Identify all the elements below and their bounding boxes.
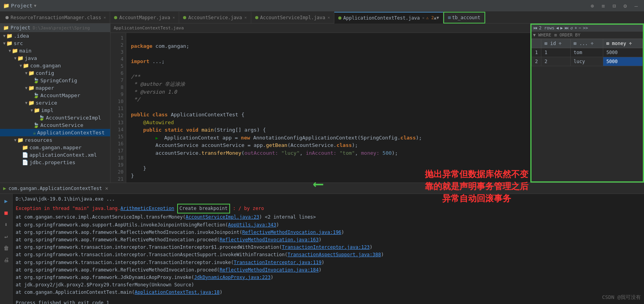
cell-money-1[interactable]: 5000 xyxy=(603,48,642,57)
close-panel-btn[interactable]: — xyxy=(631,1,641,11)
editor-toolbar: ApplicationContextTest.java xyxy=(111,24,530,33)
table-row[interactable]: 2 2 lucy 5000 xyxy=(532,57,643,66)
col-money[interactable]: ⊞ money ÷ xyxy=(603,39,642,48)
tab-close[interactable]: ✕ xyxy=(328,15,330,20)
tree-item-com-gangan[interactable]: ▼ 📁 com.gangan xyxy=(0,62,110,69)
db-panel: ⏮ 2 rows ◀ ▶ ⏭ ↺ + − >> ▼ WHERE ⊞ ORDER … xyxy=(530,24,644,183)
collapse-btn[interactable]: ⊟ xyxy=(610,1,619,11)
more-btn[interactable]: >> xyxy=(583,25,588,31)
tree-item-account-service[interactable]: 🍃 AccountService xyxy=(0,121,110,129)
scroll-btn[interactable]: ⬇ xyxy=(2,220,11,229)
tree-item-resources[interactable]: ▼ 📁 resources xyxy=(0,136,110,144)
tab-account-service[interactable]: AccountService.java ✕ xyxy=(179,12,251,24)
tree-item-com-gangan-mapper[interactable]: 📁 com.gangan.mapper xyxy=(0,144,110,151)
add-btn[interactable]: + xyxy=(575,25,577,31)
stack-trace-5: at org.springframework.transaction.inter… xyxy=(16,244,641,251)
refresh-btn[interactable]: ↺ xyxy=(570,25,573,31)
tab-dot xyxy=(338,16,341,20)
settings-btn[interactable]: ⚙ xyxy=(620,1,630,11)
tree-item-src[interactable]: ▼ 📁 src xyxy=(0,40,110,47)
tab-close[interactable]: ✕ xyxy=(245,15,247,20)
tree-item-jdbc-props[interactable]: 📄 jdbc.properties xyxy=(0,159,110,166)
tree-label: java xyxy=(25,55,37,61)
tree-arrow: ▼ xyxy=(25,71,27,75)
code-editor[interactable]: package com.gangan; import ...; /** * @a… xyxy=(126,33,530,183)
tree-item-idea[interactable]: ▼ 📁 .idea xyxy=(0,32,110,40)
tree-item-spring-config[interactable]: 🍃 SpringConfig xyxy=(0,77,110,84)
project-label[interactable]: 📁 Project ▼ xyxy=(3,3,36,9)
cell-money-2[interactable]: 5000 xyxy=(603,57,642,66)
tab-account-service-impl[interactable]: AccountServiceImpl.java ✕ xyxy=(251,12,334,24)
tab-application-context-test[interactable]: ApplicationContextTest.java ✕ ⚠ 2 ▲ ▼ xyxy=(334,12,443,24)
cell-name-1[interactable]: tom xyxy=(570,48,603,57)
col-ellipsis[interactable]: ⊞ ... ÷ xyxy=(570,39,603,48)
dropdown-arrow[interactable]: ▼ xyxy=(34,4,36,8)
tree-item-impl[interactable]: ▼ 📁 impl xyxy=(0,107,110,114)
run-label: com.gangan.ApplicationContextTest xyxy=(9,186,102,191)
cell-name-2[interactable]: lucy xyxy=(570,57,603,66)
col-id[interactable]: ⊞ id ÷ xyxy=(541,39,570,48)
stack-trace-9: at org.springframework.aop.framework.Jdk… xyxy=(16,274,641,281)
prop-icon: 📄 xyxy=(22,159,28,165)
green-arrow: ⟵ xyxy=(314,176,323,192)
project-icon: 📁 xyxy=(3,3,9,9)
print-btn[interactable]: 🖨 xyxy=(2,255,11,264)
folder-icon: 📁 xyxy=(28,70,34,76)
stop-btn[interactable]: ■ xyxy=(2,208,11,217)
tree-arrow: ▼ xyxy=(14,56,16,60)
cn-annotation: 抛出异常但数据库依然不变 靠的就是声明事务管理之后 异常自动回滚事务 xyxy=(425,168,528,204)
tab-resource-transaction[interactable]: ResourceTransactionManager.class ✕ xyxy=(2,12,110,24)
table-row[interactable]: 1 1 tom 5000 xyxy=(532,48,643,57)
close-run[interactable]: ✕ xyxy=(105,185,108,191)
run-icon[interactable]: ▶ xyxy=(3,185,6,191)
tree-item-app-context-xml[interactable]: 📄 applicationContext.xml xyxy=(0,151,110,159)
tab-account-mapper[interactable]: AccountMapper.java ✕ xyxy=(110,12,179,24)
tree-arrow: ▼ xyxy=(25,101,27,105)
tab-close[interactable]: ✕ xyxy=(103,15,106,20)
nav-up[interactable]: ▲ xyxy=(434,15,437,20)
tab-tb-account[interactable]: ⊞ tb_account xyxy=(443,12,485,24)
db-table[interactable]: ⊞ id ÷ ⊞ ... ÷ ⊞ money ÷ 1 1 tom 5000 xyxy=(532,39,643,181)
where-label: ▼ WHERE xyxy=(533,33,551,38)
tree-label: service xyxy=(36,100,57,106)
structure-btn[interactable]: ≡ xyxy=(599,1,608,11)
nav-last[interactable]: ⏭ xyxy=(564,25,569,31)
exception-link[interactable]: ArithmeticException xyxy=(120,206,174,211)
nav-prev[interactable]: ◀ xyxy=(556,25,559,31)
spring-icon: 🍃 xyxy=(38,115,45,121)
stack-trace-2: at org.springframework.aop.support.AopUt… xyxy=(16,221,641,229)
header-actions: ⊕ ≡ ⊟ ⚙ — xyxy=(588,1,641,11)
nav-first[interactable]: ⏮ xyxy=(533,25,537,31)
tab-close[interactable]: ✕ xyxy=(172,15,175,20)
tree-arrow: ▼ xyxy=(20,63,22,68)
tab-label: AccountService.java xyxy=(188,15,242,20)
tree-item-mapper[interactable]: ▼ 📁 mapper xyxy=(0,84,110,92)
tree-item-account-mapper[interactable]: 🍃 AccountMapper xyxy=(0,92,110,99)
nav-down[interactable]: ▼ xyxy=(436,15,439,20)
clear-btn[interactable]: 🗑 xyxy=(2,243,11,253)
tree-item-main[interactable]: ▼ 📁 main xyxy=(0,47,110,54)
rows-count: 2 rows xyxy=(539,25,555,31)
cell-id-2[interactable]: 2 xyxy=(541,57,570,66)
tree-label: mapper xyxy=(36,85,54,91)
tree-arrow: ▼ xyxy=(9,49,11,53)
project-path: D:\Java\project\Spring xyxy=(33,25,90,31)
wrap-btn[interactable]: ↵ xyxy=(2,232,11,241)
console-exception-line: Exception in thread "main" java.lang.Ari… xyxy=(16,204,641,214)
tree-item-java[interactable]: ▼ 📁 java xyxy=(0,54,110,62)
db-panel-toolbar: ⏮ 2 rows ◀ ▶ ⏭ ↺ + − >> xyxy=(532,25,643,32)
stack-trace-7: at org.springframework.transaction.inter… xyxy=(16,259,641,266)
delete-btn[interactable]: − xyxy=(579,25,581,31)
tab-close[interactable]: ✕ xyxy=(422,16,424,20)
tree-item-appcontext-test[interactable]: ☕ ApplicationContextTest xyxy=(0,129,110,136)
run-btn[interactable]: ▶ xyxy=(2,196,11,206)
app-layout: 📁 Project ▼ ⊕ ≡ ⊟ ⚙ — ResourceTransactio… xyxy=(0,0,644,304)
tree-label: AccountServiceImpl xyxy=(46,115,101,121)
nav-next[interactable]: ▶ xyxy=(560,25,563,31)
cell-id-1[interactable]: 1 xyxy=(541,48,570,57)
tree-item-service[interactable]: ▼ 📁 service xyxy=(0,99,110,107)
new-file-btn[interactable]: ⊕ xyxy=(588,1,597,11)
tree-item-account-service-impl[interactable]: 🍃 AccountServiceImpl xyxy=(0,114,110,121)
tab-dot xyxy=(183,16,186,19)
tree-item-config[interactable]: ▼ 📁 config xyxy=(0,69,110,77)
